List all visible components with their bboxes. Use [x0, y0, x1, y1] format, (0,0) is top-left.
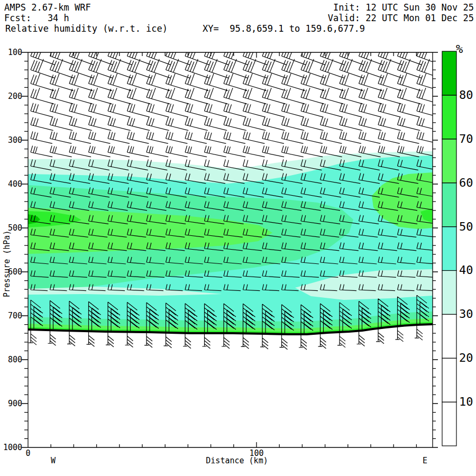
colorbar-tick-label: 70: [459, 133, 473, 145]
variable-title: Relative humidity (w.r.t. ice): [5, 24, 168, 34]
colorbar-tick-label: 60: [459, 177, 473, 189]
colorbar-tick-label: 10: [459, 396, 473, 408]
valid-time: Valid: 22 UTC Mon 01 Dec 25: [286, 13, 474, 23]
west-label: W: [51, 457, 56, 465]
pressure-tick-label: 400: [0, 180, 22, 188]
pressure-tick-label: 900: [0, 400, 22, 408]
colorbar-tick-label: 40: [459, 264, 473, 276]
x-axis-title: Distance (km): [173, 457, 300, 465]
forecast-hour: Fcst: 34 h: [4, 13, 69, 23]
pressure-tick-label: 200: [0, 93, 22, 100]
xy-range: XY= 95.8,659.1 to 159.6,677.9: [203, 24, 365, 34]
pressure-tick-label: 100: [0, 49, 22, 57]
pressure-tick-label: 700: [0, 312, 22, 320]
pressure-tick-label: 300: [0, 136, 22, 144]
colorbar-tick-label: 50: [459, 221, 473, 233]
colorbar-tick-label: 80: [459, 89, 473, 101]
east-label: E: [423, 457, 427, 465]
distance-tick-label: 100: [243, 450, 270, 457]
model-title: AMPS 2.67-km WRF: [4, 3, 91, 13]
pressure-tick-label: 600: [0, 268, 22, 276]
distance-tick-label: 0: [15, 450, 41, 457]
pressure-tick-label: 500: [0, 224, 22, 232]
y-axis-title: Pressure (hPa): [2, 231, 12, 297]
init-time: Init: 12 UTC Sun 30 Nov 25: [286, 3, 474, 13]
pressure-tick-label: 800: [0, 356, 22, 364]
colorbar-title: %: [456, 43, 463, 55]
colorbar-tick-label: 20: [459, 352, 473, 364]
colorbar-tick-label: 30: [459, 308, 473, 320]
